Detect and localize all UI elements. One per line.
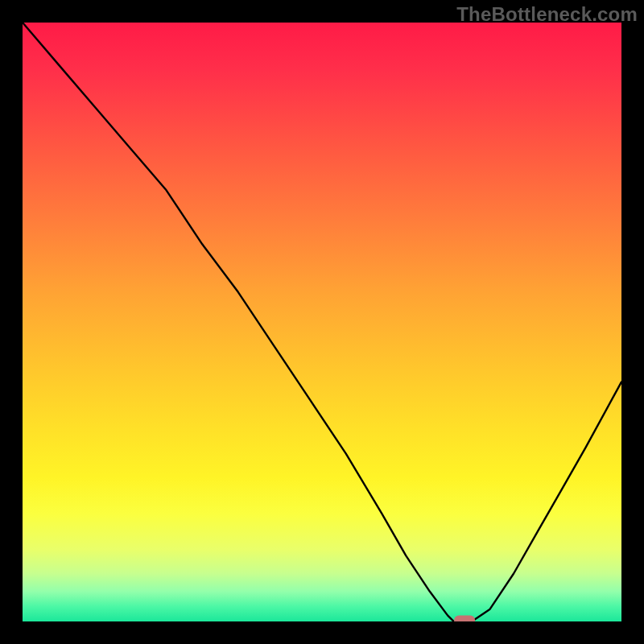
chart-svg	[23, 23, 621, 621]
bottleneck-curve	[23, 23, 621, 621]
plot-area	[23, 23, 621, 621]
optimum-marker	[454, 616, 475, 622]
chart-frame: TheBottleneck.com	[0, 0, 644, 644]
